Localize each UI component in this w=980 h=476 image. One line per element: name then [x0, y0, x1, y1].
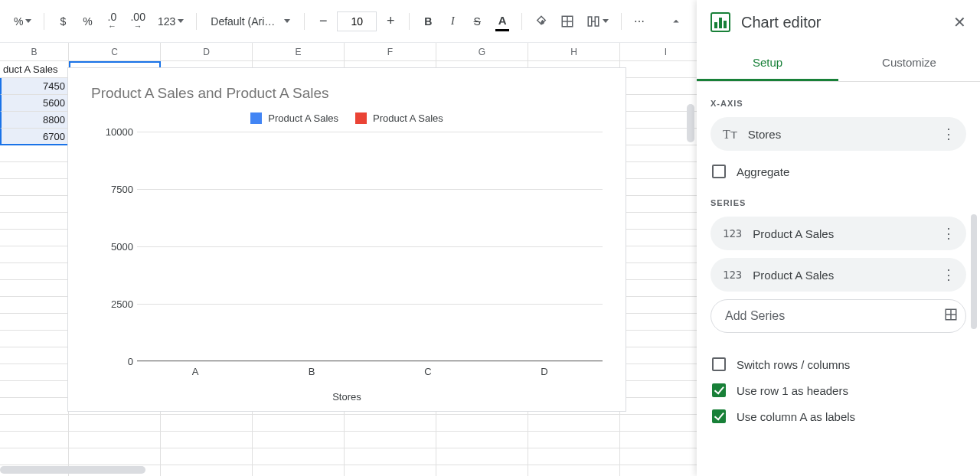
cell-b4[interactable]: 8800 — [0, 112, 69, 129]
horizontal-scrollbar-thumb[interactable] — [0, 466, 145, 474]
cell[interactable] — [0, 415, 69, 432]
cell[interactable] — [0, 314, 69, 331]
bold-button[interactable]: B — [417, 11, 439, 32]
cell[interactable] — [0, 179, 69, 196]
cell[interactable] — [69, 448, 161, 465]
col-header-c[interactable]: C — [69, 43, 161, 60]
chart[interactable]: Product A Sales and Product A Sales Prod… — [67, 67, 626, 412]
aggregate-checkbox-row[interactable]: Aggregate — [710, 158, 966, 184]
cell[interactable] — [345, 448, 436, 465]
more-toolbar-button[interactable]: ⋯ — [629, 11, 651, 32]
switch-rows-checkbox[interactable] — [712, 357, 726, 371]
cell-b2[interactable]: 7450 — [0, 78, 69, 95]
section-x-axis: X-AXIS — [710, 99, 966, 108]
cell[interactable] — [253, 448, 345, 465]
cell[interactable] — [161, 448, 253, 465]
cell[interactable] — [0, 398, 69, 415]
cell[interactable] — [528, 432, 620, 448]
strikethrough-button[interactable]: S — [466, 11, 488, 32]
row1-headers-checkbox[interactable] — [712, 383, 726, 397]
cell[interactable] — [0, 347, 69, 364]
cell[interactable] — [0, 162, 69, 179]
cell[interactable] — [0, 145, 69, 162]
font-size-increase[interactable]: + — [380, 11, 401, 32]
cell[interactable] — [0, 364, 69, 381]
font-size-input[interactable]: 10 — [337, 11, 377, 31]
tab-setup[interactable]: Setup — [697, 46, 838, 81]
legend-label-2: Product A Sales — [373, 112, 443, 124]
text-color-button[interactable]: A — [491, 11, 514, 32]
borders-button[interactable] — [556, 11, 579, 32]
x-axis-field-menu-icon[interactable]: ⋮ — [939, 122, 959, 145]
col-header-d[interactable]: D — [161, 43, 253, 60]
cell[interactable] — [436, 415, 528, 432]
colA-labels-checkbox-row[interactable]: Use column A as labels — [710, 403, 966, 429]
merge-cells-button[interactable] — [582, 11, 613, 32]
cell[interactable] — [161, 432, 253, 448]
switch-rows-checkbox-row[interactable]: Switch rows / columns — [710, 351, 966, 377]
increase-decimal-button[interactable]: .00→ — [126, 11, 149, 32]
series-2-menu-icon[interactable]: ⋮ — [939, 263, 959, 286]
text-type-icon: Tᴛ — [723, 127, 737, 142]
x-axis-field-label: Stores — [748, 128, 928, 141]
col-header-g[interactable]: G — [436, 43, 528, 60]
cell[interactable] — [0, 432, 69, 448]
collapse-toolbar-button[interactable] — [665, 11, 688, 32]
format-percent-button[interactable]: % — [9, 11, 36, 32]
number-format-button[interactable]: 123 — [153, 11, 188, 32]
cell[interactable] — [436, 432, 528, 448]
cell[interactable] — [0, 213, 69, 230]
cell[interactable] — [69, 415, 161, 432]
cell[interactable] — [0, 230, 69, 246]
cell[interactable] — [0, 246, 69, 263]
add-series-button[interactable]: Add Series — [710, 299, 966, 333]
series-field-1[interactable]: 123 Product A Sales ⋮ — [710, 217, 966, 250]
horizontal-scrollbar[interactable] — [0, 465, 666, 474]
cell[interactable] — [345, 432, 436, 448]
format-currency-button[interactable]: $ — [52, 11, 74, 32]
aggregate-checkbox[interactable] — [712, 165, 726, 178]
cell[interactable] — [253, 415, 345, 432]
legend-swatch-1 — [250, 112, 262, 124]
series-2-label: Product A Sales — [753, 269, 928, 282]
cell[interactable] — [0, 448, 69, 465]
series-field-2[interactable]: 123 Product A Sales ⋮ — [710, 258, 966, 292]
italic-button[interactable]: I — [442, 11, 463, 32]
row1-headers-label: Use row 1 as headers — [737, 384, 848, 397]
colA-labels-checkbox[interactable] — [712, 409, 726, 423]
cell[interactable] — [528, 415, 620, 432]
cell[interactable] — [0, 196, 69, 213]
cell[interactable] — [69, 432, 161, 448]
cell[interactable] — [345, 415, 436, 432]
font-size-decrease[interactable]: − — [312, 11, 334, 32]
cell[interactable] — [436, 448, 528, 465]
tab-customize[interactable]: Customize — [838, 46, 980, 81]
cell[interactable] — [0, 280, 69, 297]
col-header-b[interactable]: B — [0, 43, 69, 60]
cell[interactable] — [0, 331, 69, 347]
cell[interactable] — [0, 381, 69, 398]
decrease-decimal-button[interactable]: .0← — [101, 11, 122, 32]
grid-range-icon[interactable] — [944, 308, 958, 324]
cell[interactable] — [253, 432, 345, 448]
vertical-scrollbar-thumb[interactable] — [687, 104, 694, 142]
cell[interactable] — [528, 448, 620, 465]
row1-headers-checkbox-row[interactable]: Use row 1 as headers — [710, 377, 966, 403]
cell-b5[interactable]: 6700 — [0, 129, 69, 145]
col-header-e[interactable]: E — [253, 43, 345, 60]
sidebar-scrollbar-thumb[interactable] — [971, 214, 977, 329]
cell[interactable] — [0, 297, 69, 314]
cell-b1[interactable]: duct A Sales — [0, 61, 69, 78]
cell[interactable] — [0, 263, 69, 280]
cell-b3[interactable]: 5600 — [0, 95, 69, 112]
col-header-f[interactable]: F — [345, 43, 436, 60]
series-1-menu-icon[interactable]: ⋮ — [939, 222, 959, 245]
x-axis-title: Stores — [91, 391, 603, 403]
font-family-select[interactable]: Default (Ari… — [204, 11, 296, 32]
x-axis-field[interactable]: Tᴛ Stores ⋮ — [710, 117, 966, 151]
fill-color-button[interactable] — [530, 11, 553, 32]
close-sidebar-button[interactable]: ✕ — [953, 13, 966, 31]
format-percent2-button[interactable]: % — [77, 11, 98, 32]
col-header-h[interactable]: H — [528, 43, 620, 60]
cell[interactable] — [161, 415, 253, 432]
